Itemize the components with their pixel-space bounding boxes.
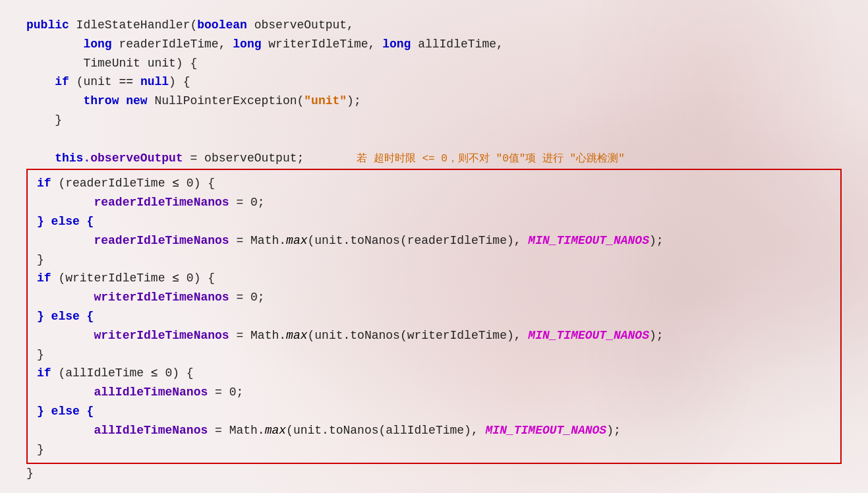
indent-4	[26, 75, 55, 88]
const-min-1: MIN_TIMEOUT_NANOS	[528, 234, 649, 247]
field-allNanos-2: allIdleTimeNanos	[94, 424, 208, 437]
end-w2: );	[649, 329, 664, 342]
inner-line-5: }	[37, 250, 831, 270]
inner-line-3: } else {	[37, 212, 831, 231]
close-a1: }	[37, 443, 44, 456]
code-line-3: TimeUnit unit) {	[26, 54, 842, 73]
class-5: NullPointerException(	[148, 94, 304, 107]
code-line-6: }	[26, 111, 842, 130]
indent-5	[26, 94, 83, 107]
indent-r1	[37, 196, 94, 209]
kw-long-1: long	[83, 38, 111, 51]
code-line-4: if (unit == null) {	[26, 72, 842, 92]
assign-r2: = Math.	[229, 234, 286, 247]
inner-line-2: readerIdleTimeNanos = 0;	[37, 193, 831, 212]
rest-writer: 0) {	[179, 272, 215, 285]
space-5	[119, 94, 126, 107]
indent-7	[26, 152, 55, 165]
code-line-1: public IdleStateHandler(boolean observeO…	[26, 16, 842, 35]
code-line-5: throw new NullPointerException("unit");	[26, 92, 842, 111]
kw-boolean: boolean	[197, 18, 247, 32]
op-leq-1: ≤	[172, 177, 179, 190]
cond-4: (unit	[69, 75, 119, 88]
args-r2: (unit.toNanos(readerIdleTime),	[307, 234, 528, 247]
kw-else-r1: } else {	[37, 215, 94, 228]
kw-throw: throw	[83, 94, 119, 107]
args-w2: (unit.toNanos(writerIdleTime),	[307, 329, 528, 342]
indent-r2	[37, 234, 94, 247]
param-2b: writerIdleTime,	[262, 38, 383, 51]
param-1: observeOutput,	[247, 18, 354, 32]
string-unit: "unit"	[304, 94, 347, 107]
rest-all: 0) {	[158, 366, 194, 380]
indent-2	[26, 38, 83, 51]
highlighted-code-block: if (readerIdleTime ≤ 0) { readerIdleTime…	[26, 169, 842, 464]
math-max-1: max	[286, 234, 307, 247]
indent-a1	[37, 386, 94, 399]
kw-public: public	[26, 18, 69, 32]
code-container: public IdleStateHandler(boolean observeO…	[0, 0, 868, 493]
cond-reader: (readerIdleTime	[51, 177, 173, 190]
field-writerNanos-2: writerIdleTimeNanos	[94, 329, 229, 342]
math-max-2: max	[286, 329, 307, 342]
close-w1: }	[37, 348, 44, 361]
rest-reader: 0) {	[179, 177, 215, 190]
kw-new: new	[126, 94, 147, 107]
param-2c: allIdleTime,	[411, 38, 503, 51]
inner-line-4: readerIdleTimeNanos = Math.max(unit.toNa…	[37, 231, 831, 250]
kw-this: this	[55, 152, 83, 165]
kw-if-1: if	[55, 75, 69, 88]
assign-r1: = 0;	[229, 196, 265, 209]
kw-else-a1: } else {	[37, 405, 94, 418]
inner-line-6: if (writerIdleTime ≤ 0) {	[37, 269, 831, 288]
assign-a2: = Math.	[208, 424, 264, 437]
inner-line-8: } else {	[37, 307, 831, 326]
inner-line-15: }	[37, 440, 831, 459]
indent-3	[26, 57, 83, 70]
code-line-2: long readerIdleTime, long writerIdleTime…	[26, 35, 842, 54]
field-writerNanos-1: writerIdleTimeNanos	[94, 291, 229, 304]
inner-line-10: }	[37, 345, 831, 364]
kw-long-2: long	[233, 38, 261, 51]
end-a2: );	[606, 424, 621, 437]
assign-7: = observeOutput;	[183, 152, 304, 165]
inner-line-13: } else {	[37, 402, 831, 421]
const-min-3: MIN_TIMEOUT_NANOS	[486, 424, 607, 437]
assign-w2: = Math.	[229, 329, 286, 342]
inner-line-14: allIdleTimeNanos = Math.max(unit.toNanos…	[37, 421, 831, 440]
const-min-2: MIN_TIMEOUT_NANOS	[528, 329, 649, 342]
inner-line-1: if (readerIdleTime ≤ 0) {	[37, 174, 831, 193]
field-readerNanos-2: readerIdleTimeNanos	[94, 234, 229, 247]
brace-6: }	[55, 113, 62, 127]
cond-writer: (writerIdleTime	[51, 272, 173, 285]
kw-if-all: if	[37, 366, 51, 380]
kw-if-reader: if	[37, 177, 51, 190]
op-leq-3: ≤	[151, 366, 158, 380]
indent-a2	[37, 424, 94, 437]
assign-a1: = 0;	[208, 386, 243, 399]
inner-line-12: allIdleTimeNanos = 0;	[37, 383, 831, 402]
inner-line-7: writerIdleTimeNanos = 0;	[37, 288, 831, 307]
outer-close-brace: }	[26, 467, 34, 480]
method-call: IdleStateHandler(	[69, 18, 197, 32]
field-allNanos-1: allIdleTimeNanos	[94, 386, 208, 399]
cond-all: (allIdleTime	[51, 366, 151, 380]
close-r1: }	[37, 253, 44, 266]
inner-line-11: if (allIdleTime ≤ 0) {	[37, 364, 831, 383]
comment-chinese: 若 超时时限 <= 0，则不对 "0值"项 进行 "心跳检测"	[357, 153, 624, 165]
kw-long-3: long	[382, 38, 411, 51]
indent-6	[26, 113, 55, 127]
param-3: TimeUnit unit) {	[83, 57, 197, 70]
indent-w2	[37, 329, 94, 342]
kw-null: null	[140, 75, 169, 88]
field-readerNanos-1: readerIdleTimeNanos	[94, 196, 229, 209]
code-line-blank	[26, 130, 842, 149]
param-2a: readerIdleTime,	[112, 38, 233, 51]
space-4	[133, 75, 140, 88]
indent-w1	[37, 291, 94, 304]
kw-if-writer: if	[37, 272, 51, 285]
op-leq-2: ≤	[172, 272, 179, 285]
inner-line-9: writerIdleTimeNanos = Math.max(unit.toNa…	[37, 326, 831, 345]
code-line-7: this.observeOutput = observeOutput;若 超时时…	[26, 149, 842, 168]
end-5: );	[347, 94, 361, 107]
